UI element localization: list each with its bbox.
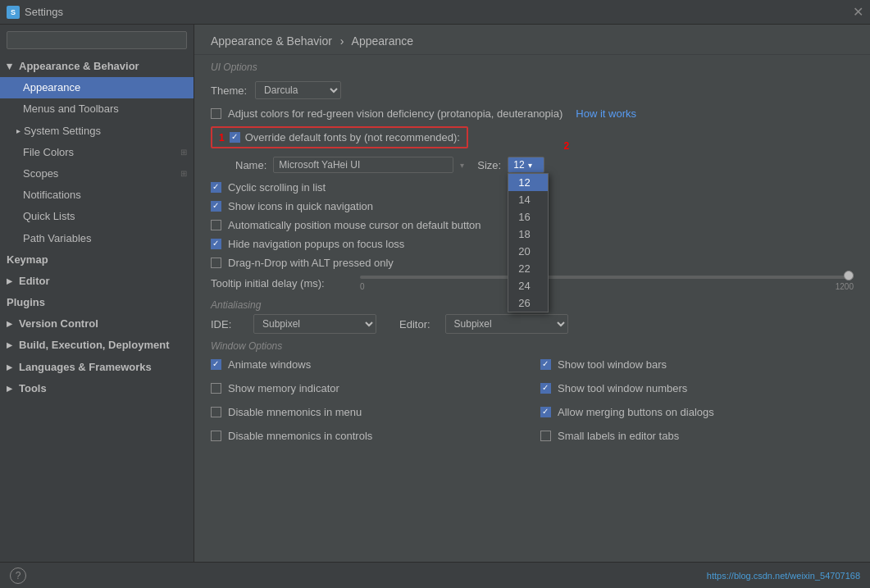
auto-position-label: Automatically position mouse cursor on d… — [228, 219, 481, 231]
sidebar-item-quick-lists[interactable]: Quick Lists — [0, 206, 194, 227]
ide-antialiasing-row: IDE: Subpixel Greyscale No antialiasing … — [211, 314, 854, 334]
theme-select[interactable]: Darcula IntelliJ Windows High contrast — [255, 81, 341, 99]
content-area: Appearance & Behavior › Appearance UI Op… — [194, 25, 870, 562]
size-option-22[interactable]: 22 — [508, 260, 548, 277]
annotation-2: 2 — [564, 140, 570, 152]
editor-antialiasing-select[interactable]: Subpixel Greyscale No antialiasing — [445, 314, 568, 334]
disable-mnemonics-checkbox[interactable] — [211, 407, 221, 417]
sidebar-item-appearance[interactable]: Appearance — [0, 77, 194, 98]
name-dropdown-arrow[interactable]: ▾ — [460, 161, 464, 170]
sidebar-item-file-colors[interactable]: File Colors ⊞ — [0, 142, 194, 163]
sidebar-item-keymap[interactable]: Keymap — [0, 249, 194, 271]
animate-windows-checkbox[interactable] — [211, 359, 221, 370]
sidebar-item-version-control[interactable]: Version Control — [0, 313, 194, 335]
search-input[interactable] — [7, 31, 187, 49]
sidebar-item-label: Editor — [19, 274, 50, 289]
sidebar-item-label: File Colors — [23, 145, 74, 160]
ui-options-label: UI Options — [211, 62, 854, 73]
editor-label: Editor: — [399, 318, 430, 330]
sidebar-item-label: Appearance & Behavior — [19, 59, 139, 74]
hide-navigation-checkbox[interactable] — [211, 239, 221, 249]
sidebar-item-system-settings[interactable]: ▸ System Settings — [0, 121, 194, 142]
tooltip-max: 1200 — [836, 282, 854, 291]
sidebar-item-label: Languages & Frameworks — [19, 360, 152, 375]
titlebar-title: Settings — [25, 6, 63, 18]
footer-link[interactable]: https://blog.csdn.net/weixin_54707168 — [707, 571, 860, 581]
sidebar-item-label: Tools — [19, 381, 47, 396]
show-tool-bars-checkbox[interactable] — [540, 359, 551, 370]
disable-mnemonics-controls-checkbox[interactable] — [211, 431, 221, 441]
disable-mnemonics-controls-label: Disable mnemonics in controls — [228, 430, 372, 442]
sidebar-item-label: Path Variables — [23, 231, 92, 246]
auto-position-checkbox[interactable] — [211, 220, 221, 230]
sidebar-item-tools[interactable]: Tools — [0, 378, 194, 399]
scopes-icon: ⊞ — [180, 168, 187, 180]
window-options-grid: Animate windows Show tool window bars Sh… — [211, 358, 854, 449]
help-button[interactable]: ? — [10, 567, 26, 584]
drag-drop-checkbox[interactable] — [211, 258, 221, 268]
sidebar-item-languages-frameworks[interactable]: Languages & Frameworks — [0, 357, 194, 378]
size-option-24[interactable]: 24 — [508, 277, 548, 294]
expand-arrow-icon: ▸ — [16, 125, 20, 137]
sidebar-item-appearance-behavior[interactable]: Appearance & Behavior — [0, 56, 194, 77]
sidebar-item-build-execution[interactable]: Build, Execution, Deployment — [0, 335, 194, 356]
size-value: 12 — [513, 159, 524, 171]
sidebar-item-path-variables[interactable]: Path Variables — [0, 228, 194, 249]
size-label: Size: — [477, 159, 501, 171]
allow-merging-label: Allow merging buttons on dialogs — [558, 406, 714, 418]
titlebar: S Settings ✕ — [0, 0, 870, 25]
size-option-26[interactable]: 26 — [508, 294, 548, 312]
breadcrumb: Appearance & Behavior › Appearance — [211, 34, 854, 48]
ui-options-section: UI Options Theme: Darcula IntelliJ Windo… — [194, 55, 870, 455]
cyclic-scrolling-label: Cyclic scrolling in list — [228, 181, 326, 194]
theme-label: Theme: — [211, 84, 247, 97]
name-label: Name: — [235, 159, 266, 171]
size-select-trigger[interactable]: 12 ▾ — [508, 157, 544, 173]
sidebar-item-label: Scopes — [23, 166, 58, 181]
size-option-16[interactable]: 16 — [508, 208, 548, 226]
tooltip-slider-track[interactable] — [360, 276, 854, 279]
app-icon: S — [7, 6, 20, 19]
disable-mnemonics-controls-row: Disable mnemonics in controls — [211, 430, 524, 442]
show-icons-checkbox[interactable] — [211, 201, 221, 212]
override-fonts-checkbox[interactable] — [230, 132, 240, 143]
main-layout: Appearance & Behavior Appearance Menus a… — [0, 25, 870, 562]
size-dropdown-wrapper: 12 ▾ 2 12 14 16 18 20 22 24 26 — [508, 157, 544, 173]
how-it-works-link[interactable]: How it works — [576, 107, 636, 120]
show-memory-label: Show memory indicator — [228, 382, 339, 394]
adjust-colors-checkbox[interactable] — [211, 108, 221, 119]
close-button[interactable]: ✕ — [853, 6, 863, 19]
sidebar-item-label: Keymap — [7, 253, 48, 267]
sidebar-item-scopes[interactable]: Scopes ⊞ — [0, 163, 194, 185]
show-memory-checkbox[interactable] — [211, 383, 221, 394]
sidebar-item-label: Quick Lists — [23, 209, 75, 224]
ide-antialiasing-select[interactable]: Subpixel Greyscale No antialiasing — [253, 314, 376, 334]
show-tool-bars-row: Show tool window bars — [540, 358, 854, 371]
disable-mnemonics-label: Disable mnemonics in menu — [228, 406, 362, 418]
size-option-20[interactable]: 20 — [508, 243, 548, 260]
sidebar-item-editor[interactable]: Editor — [0, 271, 194, 292]
sidebar-item-plugins[interactable]: Plugins — [0, 292, 194, 313]
annotation-1: 1 — [219, 132, 225, 144]
show-tool-numbers-row: Show tool window numbers — [540, 382, 854, 394]
show-tool-bars-label: Show tool window bars — [558, 358, 667, 371]
small-labels-checkbox[interactable] — [540, 431, 551, 441]
size-option-12[interactable]: 12 — [508, 174, 548, 191]
breadcrumb-separator: › — [340, 34, 344, 48]
size-option-14[interactable]: 14 — [508, 191, 548, 208]
tooltip-slider-thumb[interactable] — [844, 271, 854, 280]
sidebar-item-label: Menus and Toolbars — [23, 102, 119, 116]
tooltip-slider-markers: 0 1200 — [360, 282, 854, 291]
override-fonts-row-wrapper: 1 Override default fonts by (not recomme… — [211, 126, 854, 157]
allow-merging-checkbox[interactable] — [540, 407, 551, 417]
sidebar-item-notifications[interactable]: Notifications — [0, 185, 194, 206]
sidebar-item-menus-toolbars[interactable]: Menus and Toolbars — [0, 98, 194, 120]
size-option-18[interactable]: 18 — [508, 226, 548, 243]
small-labels-row: Small labels in editor tabs — [540, 430, 854, 442]
name-input[interactable] — [273, 157, 453, 173]
show-tool-numbers-checkbox[interactable] — [540, 383, 551, 394]
cyclic-scrolling-checkbox[interactable] — [211, 182, 221, 193]
allow-merging-row: Allow merging buttons on dialogs — [540, 406, 854, 418]
sidebar-item-label: Version Control — [19, 317, 98, 331]
sidebar-item-label: Plugins — [7, 295, 45, 310]
